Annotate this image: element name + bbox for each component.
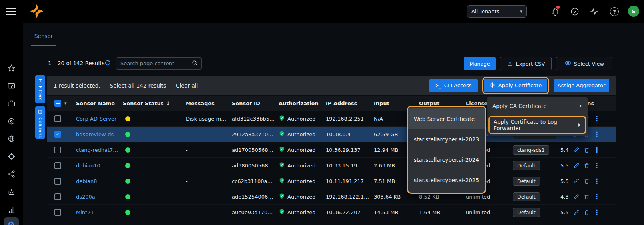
cell-sensor-id: ad170050568…	[232, 142, 279, 157]
sensor-name-link[interactable]: debian8	[76, 178, 97, 184]
row-checkbox[interactable]	[54, 115, 61, 122]
col-sensor-status[interactable]: Sensor Status ↓	[123, 96, 186, 111]
cell-messages: -	[186, 142, 232, 157]
table-row[interactable]: debian8 - cc62b31100a… Authorized 10.11.…	[47, 173, 616, 189]
menu-item-apply-certificate-log-forwarder[interactable]: Apply Certificate to Log Forwarder	[488, 116, 586, 134]
row-checkbox[interactable]	[54, 147, 61, 153]
col-sensor-name[interactable]: Sensor Name	[76, 96, 123, 111]
detections-disc-icon[interactable]	[7, 117, 16, 125]
cell-ip: 10.36.29.137	[326, 142, 374, 157]
submenu-item-cert-2023[interactable]: star.stellarcyber.ai-2023	[408, 129, 485, 149]
delete-icon[interactable]	[583, 209, 590, 216]
col-ip-address[interactable]: IP Address	[326, 96, 374, 111]
hunt-crosshair-icon[interactable]	[7, 152, 16, 161]
more-actions-icon[interactable]: ⋮	[593, 177, 600, 185]
dashboard-icon[interactable]	[7, 81, 16, 90]
submenu-arrow-icon	[578, 123, 581, 127]
cli-access-button[interactable]: >_ CLI Access	[429, 79, 478, 92]
search-icon	[191, 60, 198, 68]
cell-sensor-id: ad380050568…	[232, 158, 279, 173]
manage-button[interactable]: Manage	[464, 57, 496, 70]
user-avatar[interactable]: S	[628, 6, 639, 17]
tenant-selector[interactable]: All Tenants ▾	[467, 5, 527, 18]
filters-side-tab[interactable]: Filters	[35, 75, 45, 103]
sensor-name-link[interactable]: Corp-AD-Server	[76, 116, 116, 122]
delete-icon[interactable]	[583, 177, 590, 185]
cell-ip: 10.33.15.19	[326, 158, 374, 173]
status-dot	[125, 132, 130, 137]
more-actions-icon[interactable]: ⋮	[593, 209, 600, 216]
columns-grid-icon	[38, 109, 42, 115]
sensor-name-link[interactable]: ctang-redhat7…	[76, 147, 118, 153]
refresh-icon[interactable]	[104, 59, 111, 66]
submenu-arrow-icon	[580, 104, 582, 108]
app-screen: All Tenants ▾ ? S	[0, 0, 644, 225]
threat-globe-icon[interactable]	[7, 134, 16, 143]
more-actions-icon[interactable]: ⋮	[593, 162, 600, 169]
edit-icon[interactable]	[572, 209, 580, 216]
submenu-item-cert-2025[interactable]: star.stellarcyber.ai-2025	[408, 170, 485, 190]
delete-icon[interactable]	[583, 146, 590, 153]
selection-bar: 1 result selected. Select all 142 result…	[47, 76, 616, 95]
columns-side-tab[interactable]: Columns	[35, 106, 45, 139]
edit-icon[interactable]	[572, 193, 580, 200]
delete-icon[interactable]	[583, 193, 590, 200]
cases-briefcase-icon[interactable]	[7, 99, 16, 108]
edit-icon[interactable]	[572, 177, 580, 185]
more-actions-icon[interactable]: ⋮	[593, 131, 600, 138]
cell-input: 14.53 MB	[374, 205, 419, 220]
edit-icon[interactable]	[572, 162, 580, 169]
row-checkbox[interactable]	[54, 162, 61, 169]
help-icon[interactable]: ?	[609, 6, 620, 17]
clear-all-link[interactable]: Clear all	[176, 82, 198, 89]
row-checkbox[interactable]	[54, 178, 61, 185]
sensor-name-link[interactable]: Mint21	[76, 209, 94, 215]
investigate-network-icon[interactable]	[7, 169, 16, 178]
col-sensor-id[interactable]: Sensor ID	[232, 96, 279, 111]
reports-chart-icon[interactable]	[7, 205, 16, 214]
submenu-item-cert-2024[interactable]: star.stellarcyber.ai-2024	[408, 149, 485, 170]
funnel-icon	[38, 78, 42, 84]
favorites-star-icon[interactable]	[7, 64, 16, 72]
sensor-name-link[interactable]: ds200a	[76, 194, 95, 200]
row-checkbox[interactable]	[54, 209, 61, 216]
select-all-caret[interactable]: ▾	[64, 101, 67, 106]
automation-robot-icon[interactable]	[7, 188, 16, 197]
table-row[interactable]: debian10 - ad380050568… Authorized 10.33…	[47, 158, 616, 173]
edit-icon[interactable]	[572, 146, 580, 153]
col-authorization[interactable]: Authorization	[279, 96, 326, 111]
more-actions-icon[interactable]: ⋮	[593, 193, 600, 200]
notifications-bell-icon[interactable]	[550, 6, 560, 17]
submenu-item-web-server-certificate[interactable]: Web Server Certificate	[408, 108, 485, 129]
select-all-checkbox[interactable]	[54, 100, 61, 107]
menu-icon[interactable]	[6, 8, 16, 15]
delete-icon[interactable]	[583, 162, 590, 169]
cell-ip: 10.38.0.4	[326, 127, 374, 142]
more-actions-icon[interactable]: ⋮	[593, 115, 600, 122]
cell-messages: -	[186, 127, 232, 142]
shield-icon	[279, 162, 285, 169]
sensor-name-link[interactable]: debian10	[76, 163, 100, 169]
sensor-name-link[interactable]: bdspreview-ds	[76, 131, 114, 137]
row-checkbox[interactable]	[54, 131, 61, 138]
col-messages[interactable]: Messages	[186, 96, 232, 111]
more-actions-icon[interactable]: ⋮	[593, 146, 600, 153]
chevron-down-icon: ▾	[520, 9, 522, 14]
cell-authorization: Authorized	[279, 173, 326, 189]
activity-pulse-icon[interactable]	[589, 6, 600, 17]
table-row[interactable]: ctang-redhat7… - ad170050568… Authorized…	[47, 142, 616, 158]
table-row[interactable]: ds200a - ade15254006… Authorized 192.168…	[47, 189, 616, 205]
health-check-icon[interactable]	[570, 6, 580, 17]
export-csv-button[interactable]: Export CSV	[500, 57, 552, 70]
select-all-link[interactable]: Select all 142 results	[110, 82, 166, 89]
table-row[interactable]: Mint21 - a0c0e93d170… Authorized 10.36.2…	[47, 205, 616, 220]
select-view-button[interactable]: Select View	[556, 57, 612, 70]
highlight-ring-apply-certificate: Apply Certificate	[482, 77, 549, 94]
search-input[interactable]	[120, 60, 191, 67]
row-checkbox[interactable]	[54, 193, 61, 200]
assign-aggregator-button[interactable]: Assign Aggregator	[554, 79, 609, 92]
tab-sensor[interactable]: Sensor	[31, 27, 56, 46]
menu-item-apply-ca-certificate[interactable]: Apply CA Certificate	[487, 97, 588, 115]
apply-certificate-button[interactable]: Apply Certificate	[484, 79, 547, 92]
settings-nav-item[interactable]: ⚙	[4, 217, 19, 225]
